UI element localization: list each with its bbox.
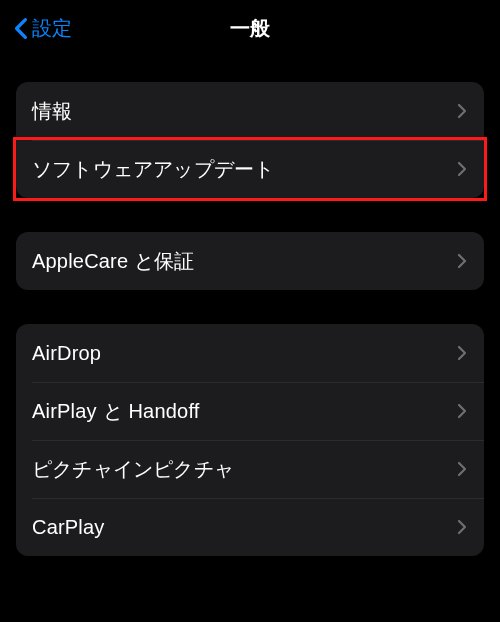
row-about[interactable]: 情報 bbox=[16, 82, 484, 140]
back-label: 設定 bbox=[32, 15, 72, 42]
row-airplay-handoff[interactable]: AirPlay と Handoff bbox=[16, 382, 484, 440]
chevron-right-icon bbox=[456, 518, 468, 536]
chevron-right-icon bbox=[456, 344, 468, 362]
chevron-left-icon bbox=[12, 15, 30, 41]
settings-group: 情報 ソフトウェアアップデート bbox=[16, 82, 484, 198]
chevron-right-icon bbox=[456, 460, 468, 478]
row-picture-in-picture[interactable]: ピクチャインピクチャ bbox=[16, 440, 484, 498]
row-airdrop[interactable]: AirDrop bbox=[16, 324, 484, 382]
chevron-right-icon bbox=[456, 252, 468, 270]
row-label: AppleCare と保証 bbox=[32, 248, 195, 275]
nav-bar: 設定 一般 bbox=[0, 0, 500, 56]
content: 情報 ソフトウェアアップデート AppleCare と保証 bbox=[0, 82, 500, 556]
row-label: AirPlay と Handoff bbox=[32, 398, 200, 425]
chevron-right-icon bbox=[456, 102, 468, 120]
chevron-right-icon bbox=[456, 160, 468, 178]
settings-group: AirDrop AirPlay と Handoff ピクチャインピクチャ bbox=[16, 324, 484, 556]
settings-group: AppleCare と保証 bbox=[16, 232, 484, 290]
row-label: ソフトウェアアップデート bbox=[32, 156, 274, 183]
row-applecare[interactable]: AppleCare と保証 bbox=[16, 232, 484, 290]
row-label: AirDrop bbox=[32, 342, 101, 365]
row-carplay[interactable]: CarPlay bbox=[16, 498, 484, 556]
row-software-update[interactable]: ソフトウェアアップデート bbox=[16, 140, 484, 198]
back-button[interactable]: 設定 bbox=[6, 9, 78, 48]
row-label: 情報 bbox=[32, 98, 72, 125]
page-title: 一般 bbox=[230, 15, 270, 42]
chevron-right-icon bbox=[456, 402, 468, 420]
row-label: ピクチャインピクチャ bbox=[32, 456, 234, 483]
row-label: CarPlay bbox=[32, 516, 105, 539]
